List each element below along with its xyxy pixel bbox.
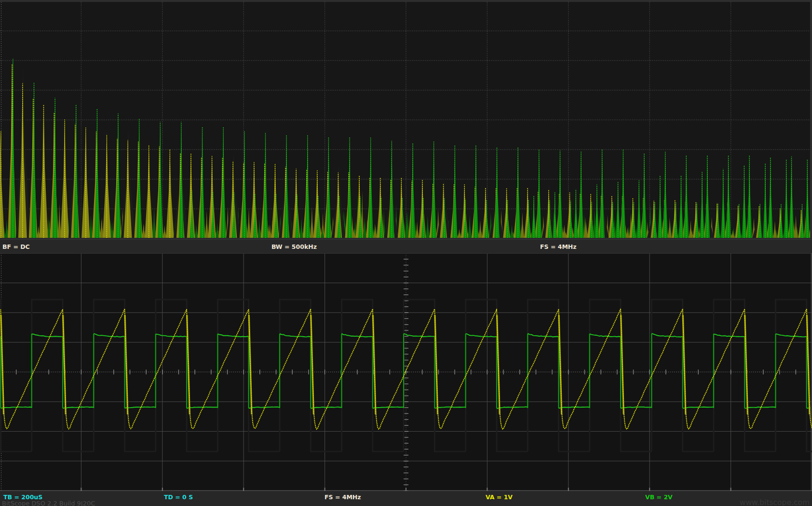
scope-statusbar: TB = 200uS TD = 0 S FS = 4MHz VA = 1V VB…	[0, 491, 812, 506]
spectrum-display[interactable]	[0, 0, 812, 239]
bf-coupling-readout: BF = DC	[2, 243, 30, 250]
app-version-label: BitScope DSO 2.2 Build 9J20C	[2, 500, 95, 506]
sample-rate-readout-top: FS = 4MHz	[540, 243, 577, 250]
bitscope-dso-window: BF = DC BW = 500kHz FS = 4MHz TB = 200uS…	[0, 0, 812, 506]
website-label: www.bitscope.com	[740, 498, 810, 506]
trigger-delay-readout: TD = 0 S	[164, 493, 193, 501]
sample-rate-readout: FS = 4MHz	[325, 493, 361, 501]
channel-a-volts-readout: VA = 1V	[486, 493, 513, 501]
waveform-display[interactable]	[0, 253, 812, 491]
spectrum-canvas[interactable]	[0, 0, 812, 239]
waveform-canvas[interactable]	[0, 253, 812, 491]
spectrum-statusbar: BF = DC BW = 500kHz FS = 4MHz	[0, 239, 812, 254]
bandwidth-readout: BW = 500kHz	[271, 243, 317, 250]
channel-b-volts-readout: VB = 2V	[645, 493, 673, 501]
